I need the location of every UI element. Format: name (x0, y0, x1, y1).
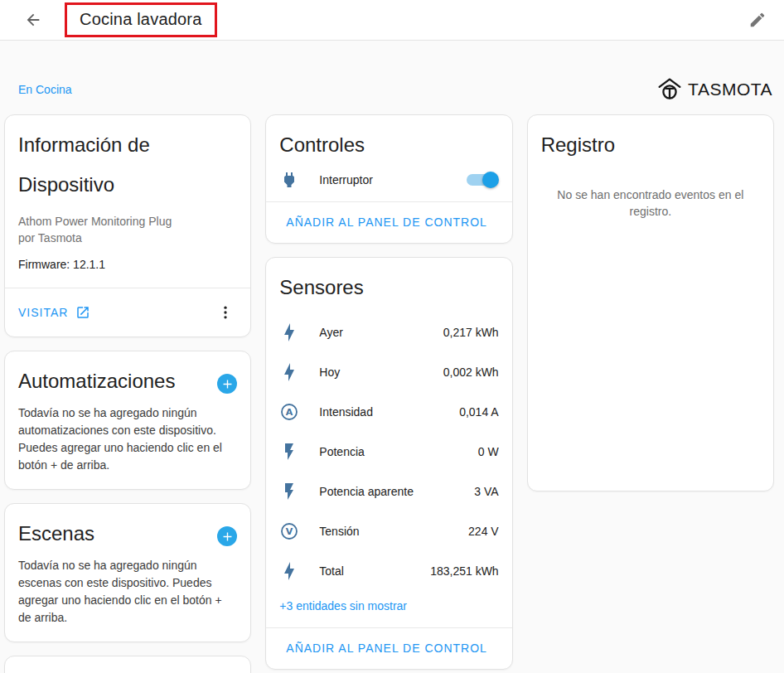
controls-add-to-dashboard-link[interactable]: AÑADIR AL PANEL DE CONTROL (266, 202, 511, 243)
automations-card: Automatizaciones Todavía no se ha agrega… (4, 351, 251, 490)
switch-toggle[interactable] (466, 170, 499, 190)
device-model: Athom Power Monitoring Plug por Tasmota (5, 205, 250, 246)
sensor-row[interactable]: Total 183,251 kWh (266, 551, 511, 591)
sensor-row[interactable]: V Tensión 224 V (266, 511, 511, 551)
controls-card: Controles Interruptor AÑADIR AL PANEL DE… (265, 114, 512, 244)
lightning-bolt-icon (279, 362, 299, 382)
sensor-row[interactable]: Potencia 0 W (266, 432, 511, 472)
device-info-card: Información de Dispositivo Athom Power M… (4, 114, 251, 337)
logbook-empty-text: No se han encontrado eventos en el regis… (544, 186, 757, 220)
sensor-value: 0,002 kWh (443, 366, 499, 379)
device-info-title: Información de Dispositivo (5, 115, 250, 205)
controls-title: Controles (266, 115, 511, 165)
sensor-value: 0,014 A (459, 405, 499, 419)
sensor-row[interactable]: Ayer 0,217 kWh (266, 312, 511, 352)
hidden-entities-link[interactable]: +3 entidades sin mostrar (266, 591, 511, 627)
plus-icon (220, 377, 235, 391)
right-column: Registro No se han encontrado eventos en… (527, 114, 774, 491)
flash-icon (279, 442, 299, 462)
switch-entity-row[interactable]: Interruptor (266, 165, 511, 201)
alpha-v-circle-icon: V (279, 521, 299, 541)
sensor-value: 183,251 kWh (430, 564, 499, 578)
page-title: Cocina lavadora (65, 2, 217, 37)
scenes-empty-text: Todavía no se ha agregado ningún escenas… (5, 554, 250, 642)
device-firmware: Firmware: 12.1.1 (5, 246, 250, 288)
arrow-left-icon (24, 11, 42, 29)
logbook-title: Registro (528, 115, 773, 165)
sensor-row[interactable]: Potencia aparente 3 VA (266, 472, 511, 511)
sensor-row[interactable]: Hoy 0,002 kWh (266, 352, 511, 392)
sensor-value: 0,217 kWh (443, 326, 499, 339)
sensors-card: Sensores Ayer 0,217 kWh Hoy 0,002 kWh A … (265, 257, 512, 670)
visit-device-link[interactable]: VISITAR (18, 298, 97, 327)
pencil-icon (748, 11, 767, 29)
sensor-name: Potencia (319, 445, 477, 458)
sensor-list: Ayer 0,217 kWh Hoy 0,002 kWh A Intensida… (266, 307, 511, 591)
svg-text:A: A (286, 407, 293, 418)
automations-title: Automatizaciones (18, 361, 175, 401)
device-info-footer: VISITAR (5, 288, 250, 336)
sensor-row[interactable]: A Intensidad 0,014 A (266, 392, 511, 432)
scripts-header: Scripts (5, 656, 250, 673)
device-page-columns: Información de Dispositivo Athom Power M… (0, 113, 784, 673)
alpha-a-circle-icon: A (279, 402, 299, 422)
add-scene-button[interactable] (217, 526, 237, 546)
flash-icon (279, 482, 299, 501)
device-manufacturer-line: por Tasmota (18, 230, 237, 246)
sensor-name: Hoy (319, 366, 443, 379)
sensor-name: Tensión (319, 525, 468, 538)
automations-empty-text: Todavía no se ha agregado ningún automat… (5, 401, 250, 489)
scenes-title: Escenas (18, 514, 94, 554)
tasmota-house-icon (657, 77, 682, 101)
sensor-name: Potencia aparente (319, 485, 474, 498)
left-column: Información de Dispositivo Athom Power M… (4, 114, 251, 673)
sensor-name: Total (319, 564, 430, 578)
sensor-value: 0 W (478, 445, 499, 458)
automations-header: Automatizaciones (5, 351, 250, 401)
sensor-value: 224 V (468, 525, 499, 538)
add-automation-button[interactable] (217, 374, 237, 394)
app-header: Cocina lavadora (0, 0, 784, 41)
tasmota-logo[interactable]: TASMOTA (657, 77, 772, 101)
visit-label: VISITAR (18, 306, 68, 319)
lightning-bolt-icon (279, 322, 299, 342)
back-button[interactable] (18, 5, 48, 35)
sensor-name: Ayer (319, 326, 443, 339)
scripts-card: Scripts (4, 656, 251, 673)
device-menu-button[interactable] (209, 296, 242, 329)
svg-text:V: V (286, 526, 293, 537)
meta-row: En Cocina TASMOTA (0, 41, 784, 113)
area-link[interactable]: En Cocina (18, 83, 72, 96)
brand-name: TASMOTA (688, 80, 772, 99)
dots-vertical-icon (217, 304, 234, 321)
sensors-title: Sensores (266, 258, 511, 307)
lightning-bolt-icon (279, 561, 299, 581)
switch-entity-label: Interruptor (319, 173, 465, 186)
scenes-card: Escenas Todavía no se ha agregado ningún… (4, 503, 251, 642)
middle-column: Controles Interruptor AÑADIR AL PANEL DE… (265, 114, 512, 670)
sensor-name: Intensidad (319, 405, 459, 419)
scripts-title: Scripts (18, 666, 79, 673)
device-model-line: Athom Power Monitoring Plug (18, 213, 237, 230)
sensor-value: 3 VA (474, 485, 498, 498)
sensors-add-to-dashboard-link[interactable]: AÑADIR AL PANEL DE CONTROL (266, 628, 511, 669)
scenes-header: Escenas (5, 504, 250, 554)
power-plug-icon (279, 170, 299, 190)
logbook-card: Registro No se han encontrado eventos en… (527, 114, 774, 491)
plus-icon (220, 530, 235, 544)
toggle-thumb (482, 172, 499, 188)
edit-device-name-button[interactable] (743, 5, 772, 35)
open-in-new-icon (75, 305, 90, 320)
